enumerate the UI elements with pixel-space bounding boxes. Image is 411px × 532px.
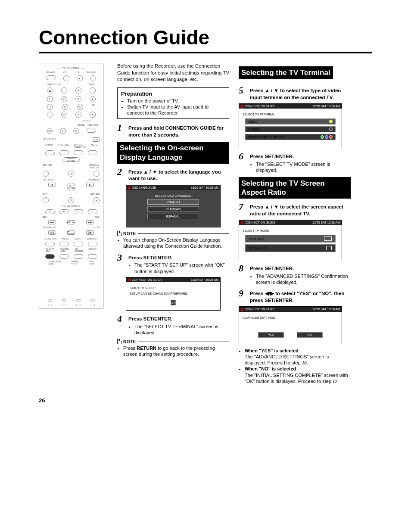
remote-illustration: —— TV CONTROL —— POWERVOLCHPOWER ▲ OPEN/… [39,63,103,308]
heading-aspect: Selecting the TV Screen Aspect Ratio [239,177,351,199]
step-number: 1 [117,123,125,138]
step-number: 6 [239,152,246,173]
note-icon [117,339,121,344]
step-1: 1 Press and hold CONNECTION GUIDE for mo… [117,123,229,138]
step-9: 9 Press ◀/▶ to select "YES" or "NO", the… [239,289,351,304]
step-3: 3 Press SET/ENTER. The "START TV SET UP"… [117,253,229,274]
preparation-box: Preparation Turn on the power of TV. Swi… [117,87,229,119]
column-right: Selecting the TV Terminal 5 Press ▲ / ▼ … [239,63,351,384]
step-2: 2 Press ▲ / ▼ to select the language you… [117,167,229,182]
step-4: 4 Press SET/ENTER. The "SELECT TV TERMIN… [117,314,229,336]
note-heading: NOTE [117,339,229,344]
step-number: 5 [239,86,246,101]
outcome-no: When "NO" is selected The "INITIAL SETTI… [245,366,351,384]
screen-start-setup: CONNECTION GUIDE12/25 SAT 10:28 AM START… [126,277,221,311]
screen-advanced: CONNECTION GUIDE12/25 SAT 10:28 AM ADVAN… [239,306,342,344]
note-text: Press RETURN to go back to the preceding… [123,345,229,358]
step-number: 9 [239,289,246,304]
remote-column: —— TV CONTROL —— POWERVOLCHPOWER ▲ OPEN/… [39,63,108,384]
screen-tv-mode: CONNECTION GUIDE12/25 SAT 10:28 AM SELEC… [239,220,342,260]
page-title: Connection Guide [39,26,372,53]
note-icon [117,231,121,236]
column-middle: Before using the Recorder, use the Conne… [117,63,229,384]
step-6: 6 Press SET/ENTER. The "SELECT TV MODE" … [239,152,351,173]
step-number: 3 [117,253,125,274]
prep-item: Turn on the power of TV. [127,98,225,104]
prep-item: Switch TV input to the AV input used to … [127,104,225,116]
step-number: 2 [117,167,125,182]
heading-language: Selecting the On-screen Display Language [117,142,229,164]
heading-terminal: Selecting the TV Terminal [239,66,333,79]
step-7: 7 Press ▲ / ▼ to select the screen aspec… [239,202,351,217]
intro-text: Before using the Recorder, use the Conne… [117,63,229,83]
preparation-heading: Preparation [121,90,225,97]
screen-osd-language: OSD LANGUAGE12/25 SAT 10:28 AM SELECT OS… [126,185,221,227]
outcome-yes: When "YES" is selected The "ADVANCED SET… [245,348,351,366]
step-8: 8 Press SET/ENTER. The "ADVANCED SETTING… [239,264,351,285]
step-5: 5 Press ▲ / ▼ to select the type of vide… [239,86,351,101]
step-number: 4 [117,314,125,336]
screen-tv-terminal: CONNECTION GUIDE12/25 SAT 10:28 AM SELEC… [239,103,342,148]
step-number: 7 [239,202,246,217]
step-number: 8 [239,264,246,285]
page-number: 26 [39,397,372,404]
note-text: You can change On-Screen Display Languag… [123,237,229,249]
note-heading: NOTE [117,231,229,236]
